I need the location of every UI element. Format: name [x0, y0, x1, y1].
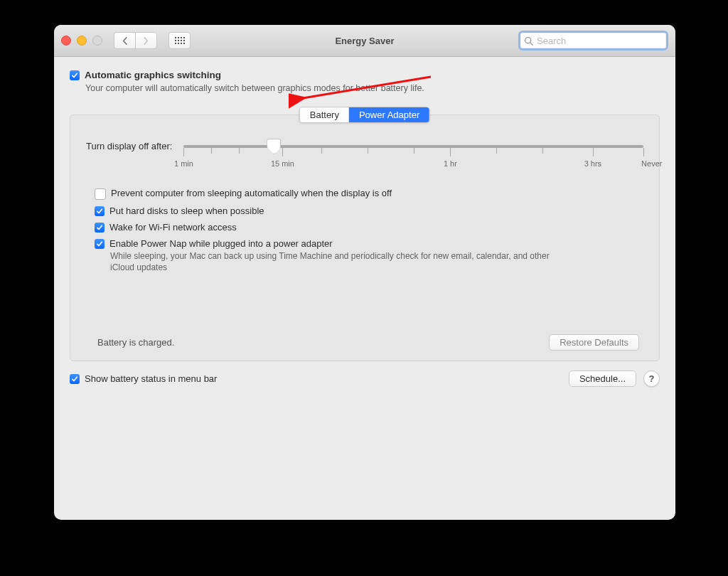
zoom-window-button [92, 36, 102, 46]
svg-rect-8 [175, 43, 176, 44]
opt-wake-wifi-checkbox[interactable] [95, 223, 105, 233]
minimize-window-button[interactable] [77, 36, 87, 46]
svg-rect-3 [183, 37, 185, 38]
content: Automatic graphics switching Your comput… [54, 57, 675, 397]
battery-status-text: Battery is charged. [97, 337, 174, 348]
status-row: Battery is charged. Restore Defaults [86, 334, 643, 351]
svg-rect-2 [181, 37, 182, 38]
check-icon [71, 375, 78, 383]
search-input[interactable] [535, 35, 663, 47]
restore-defaults-button[interactable]: Restore Defaults [549, 334, 639, 351]
auto-graphics-checkbox[interactable] [70, 70, 80, 80]
grid-icon [175, 37, 185, 44]
check-icon [71, 72, 78, 79]
svg-rect-9 [178, 43, 179, 44]
show-all-button[interactable] [168, 32, 191, 49]
opt-prevent-sleep-label: Prevent computer from sleeping automatic… [111, 188, 392, 198]
tick-never: Never [641, 159, 662, 168]
help-button[interactable]: ? [643, 370, 660, 387]
tick-15min: 15 min [271, 159, 294, 168]
nav-buttons [114, 32, 157, 49]
tab-battery[interactable]: Battery [300, 107, 349, 122]
power-source-tabs: Battery Power Adapter [299, 107, 430, 123]
check-icon [96, 224, 103, 231]
close-window-button[interactable] [61, 36, 71, 46]
svg-rect-6 [181, 40, 182, 41]
svg-rect-10 [181, 43, 182, 44]
svg-rect-5 [178, 40, 179, 41]
display-off-slider-row: Turn display off after: 1 m [86, 141, 643, 178]
tick-1hr: 1 hr [444, 159, 457, 168]
check-icon [96, 208, 103, 215]
opt-disk-sleep: Put hard disks to sleep when possible [95, 206, 643, 216]
window-controls [61, 36, 102, 46]
titlebar: Energy Saver [54, 25, 675, 57]
chevron-right-icon [143, 37, 149, 45]
search-icon [524, 36, 533, 46]
back-button[interactable] [114, 32, 135, 49]
show-battery-status-label: Show battery status in menu bar [85, 373, 217, 384]
svg-rect-0 [175, 37, 176, 38]
footer-right: Schedule... ? [569, 370, 660, 387]
tick-1min: 1 min [174, 159, 193, 168]
opt-power-nap: Enable Power Nap while plugged into a po… [95, 238, 643, 249]
opt-disk-sleep-label: Put hard disks to sleep when possible [109, 206, 264, 216]
schedule-button[interactable]: Schedule... [569, 370, 636, 387]
opt-prevent-sleep: Prevent computer from sleeping automatic… [95, 188, 643, 200]
svg-rect-11 [183, 43, 185, 44]
svg-rect-7 [183, 40, 185, 41]
opt-prevent-sleep-checkbox[interactable] [95, 188, 106, 200]
power-source-panel: Battery Power Adapter Turn display off a… [70, 114, 660, 361]
show-battery-status-checkbox[interactable] [70, 374, 80, 384]
forward-button[interactable] [135, 32, 157, 49]
display-off-label: Turn display off after: [86, 141, 172, 151]
auto-graphics-checkbox-row: Automatic graphics switching [70, 70, 660, 80]
svg-rect-1 [178, 37, 179, 38]
opt-disk-sleep-checkbox[interactable] [95, 206, 105, 216]
preferences-window: Energy Saver Automatic graphics switchin… [54, 25, 675, 520]
footer-left: Show battery status in menu bar [70, 373, 217, 384]
tab-power-adapter[interactable]: Power Adapter [349, 107, 429, 122]
footer: Show battery status in menu bar Schedule… [70, 370, 660, 387]
opt-power-nap-label: Enable Power Nap while plugged into a po… [109, 238, 333, 249]
tick-3hrs: 3 hrs [584, 159, 601, 168]
opt-power-nap-description: While sleeping, your Mac can back up usi… [110, 250, 565, 273]
svg-line-13 [530, 42, 532, 44]
auto-graphics-description: Your computer will automatically switch … [85, 83, 660, 93]
display-off-slider[interactable]: 1 min 15 min 1 hr 3 hrs Never [183, 141, 643, 178]
auto-graphics-label: Automatic graphics switching [85, 70, 221, 80]
opt-power-nap-checkbox[interactable] [95, 239, 105, 249]
search-field[interactable] [518, 31, 668, 50]
opt-wake-wifi: Wake for Wi-Fi network access [95, 222, 643, 233]
opt-wake-wifi-label: Wake for Wi-Fi network access [109, 222, 237, 233]
svg-rect-4 [175, 40, 176, 41]
options-list: Prevent computer from sleeping automatic… [95, 188, 643, 273]
chevron-left-icon [122, 37, 128, 45]
check-icon [96, 240, 103, 247]
